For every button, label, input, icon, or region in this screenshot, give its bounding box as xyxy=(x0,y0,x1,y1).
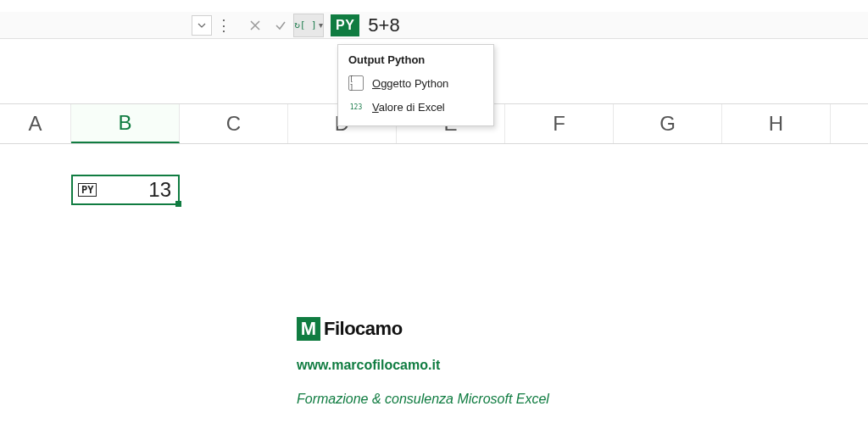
col-header[interactable]: F xyxy=(505,104,614,143)
col-header[interactable]: G xyxy=(614,104,722,143)
menu-item-python-object[interactable]: [ ] Oggetto Python xyxy=(338,71,493,95)
brand-url: www.marcofilocamo.it xyxy=(297,358,549,373)
menu-title: Output Python xyxy=(338,50,493,71)
cell-python-tag: PY xyxy=(78,183,97,197)
col-header[interactable]: A xyxy=(0,104,71,143)
menu-item-excel-value[interactable]: 123 Valore di Excel xyxy=(338,95,493,119)
brand-logo: M Filocamo xyxy=(297,317,549,341)
formula-bar-buttons: ↻[ ] ▾ xyxy=(237,12,329,38)
formula-bar: ⋮ ↻[ ] ▾ PY 5+8 xyxy=(0,12,868,39)
formula-input[interactable]: 5+8 xyxy=(359,14,399,36)
python-output-menu: Output Python [ ] Oggetto Python 123 Val… xyxy=(337,44,494,126)
brand-tagline: Formazione & consulenza Microsoft Excel xyxy=(297,392,549,407)
selected-cell[interactable]: PY 13 xyxy=(71,175,180,205)
menu-item-label: Valore di Excel xyxy=(372,101,445,114)
python-output-dropdown[interactable]: ↻[ ] ▾ xyxy=(293,14,324,37)
spreadsheet-grid[interactable]: PY 13 M Filocamo www.marcofilocamo.it Fo… xyxy=(0,144,868,434)
formula-bar-more-button[interactable]: ⋮ xyxy=(215,15,232,36)
x-icon xyxy=(249,19,261,31)
check-icon xyxy=(275,19,287,31)
python-object-icon: [ ] xyxy=(348,75,364,91)
name-box-dropdown[interactable] xyxy=(192,15,212,36)
cancel-button[interactable] xyxy=(242,14,268,37)
menu-item-label: Oggetto Python xyxy=(372,77,448,90)
col-header-selected[interactable]: B xyxy=(71,104,180,143)
enter-button[interactable] xyxy=(268,14,293,37)
col-header[interactable]: C xyxy=(180,104,288,143)
brand-block: M Filocamo www.marcofilocamo.it Formazio… xyxy=(297,317,549,407)
name-box-area: ⋮ xyxy=(0,12,237,38)
col-header[interactable]: H xyxy=(722,104,831,143)
chevron-down-icon xyxy=(198,21,206,30)
python-badge: PY xyxy=(331,14,359,36)
brand-logo-mark: M xyxy=(297,317,320,341)
python-output-icon: ↻[ ] xyxy=(294,20,317,30)
excel-value-icon: 123 xyxy=(348,99,364,114)
chevron-down-icon: ▾ xyxy=(319,20,323,30)
brand-name: Filocamo xyxy=(324,318,403,340)
cell-value: 13 xyxy=(148,178,171,202)
